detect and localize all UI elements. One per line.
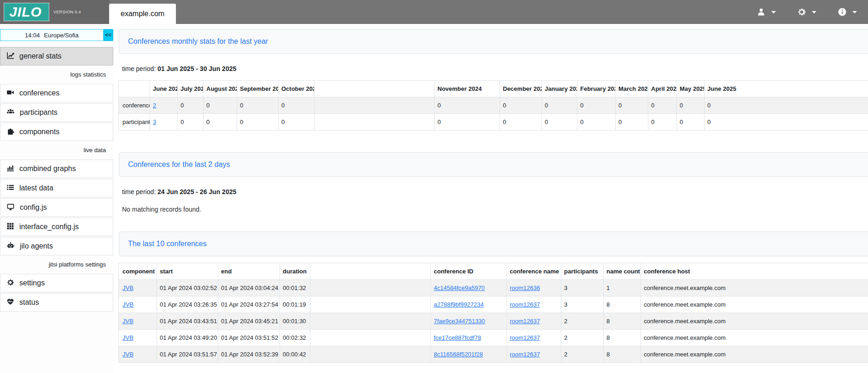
cell-conference-name: room12636	[507, 280, 561, 296]
stat-cell: 0	[677, 114, 705, 130]
cell-start: 01 Apr 2024 03:02:52	[157, 280, 218, 296]
last-2-days-title[interactable]: Conferences for the last 2 days	[128, 160, 230, 169]
cell-duration: 00:01:30	[280, 313, 310, 330]
monthly-time-period: time period: 01 Jun 2025 - 30 Jun 2025	[122, 65, 868, 72]
cell-conference-host: conference.meet.example.com	[641, 346, 868, 363]
video-camera-icon	[6, 89, 14, 98]
month-header-cell: September 2024	[237, 81, 279, 97]
component-link[interactable]: JVB	[122, 318, 134, 325]
spacer-cell	[310, 330, 431, 346]
component-link[interactable]: JVB	[122, 284, 134, 291]
conference-id-link[interactable]: 4c14584fce9a5970	[434, 284, 485, 291]
cell-duration: 00:01:32	[280, 280, 310, 296]
sidebar: 14:04 Europe/Sofia << general stats logs…	[0, 24, 113, 373]
last10-header-row: componentstartenddurationconference IDco…	[119, 263, 868, 280]
conference-name-link[interactable]: room12637	[510, 301, 540, 308]
sidebar-item-interface-config-js[interactable]: interface_config.js	[0, 218, 113, 236]
sidebar-item-participants[interactable]: participants	[0, 103, 113, 122]
last-10-title[interactable]: The last 10 conferences	[128, 240, 207, 248]
conference-id-link[interactable]: 8c116568f5201f28	[434, 351, 483, 358]
sidebar-item-label: combined graphs	[19, 165, 76, 173]
column-header-cell: conference ID	[431, 263, 507, 280]
column-header-cell: conference host	[641, 263, 868, 280]
cell-component: JVB	[119, 313, 157, 330]
table-row: JVB01 Apr 2024 03:26:3501 Apr 2024 03:27…	[119, 296, 868, 313]
sidebar-collapse-button[interactable]: <<	[104, 29, 113, 41]
info-menu-button[interactable]	[838, 7, 857, 17]
sidebar-item-jilo-agents[interactable]: jilo agents	[0, 237, 113, 255]
section-label-jitsi-platforms-settings: jitsi platforms settings	[0, 255, 113, 273]
sidebar-item-label: components	[19, 128, 59, 136]
conference-id-link[interactable]: fce17ce887fcdf78	[434, 334, 481, 341]
settings-menu-button[interactable]	[797, 7, 816, 17]
cell-conference-host: conference.meet.example.com	[641, 330, 868, 346]
sidebar-item-latest-data[interactable]: latest data	[0, 179, 113, 197]
conference-name-link[interactable]: room12637	[510, 318, 540, 325]
cell-conference-id: 4c14584fce9a5970	[431, 280, 507, 296]
stat-cell: 0	[648, 114, 677, 130]
cell-name-count: 8	[604, 313, 641, 330]
sidebar-item-label: config.js	[20, 203, 47, 212]
column-header-cell: component	[119, 263, 157, 280]
tab-example-com[interactable]: example.com	[109, 4, 176, 24]
cell-end: 01 Apr 2024 03:52:39	[218, 346, 280, 363]
cell-conference-name: room12637	[507, 313, 561, 330]
stat-cell: 0	[237, 97, 279, 114]
conference-id-link[interactable]: a2788f9bf9927234	[434, 301, 484, 308]
stat-cell: 0	[616, 114, 648, 130]
sidebar-item-conferences[interactable]: conferences	[0, 84, 113, 102]
sidebar-item-label: settings	[19, 279, 45, 287]
cell-participants: 3	[561, 296, 604, 313]
cell-conference-name: room12637	[507, 330, 561, 346]
sidebar-item-label: interface_config.js	[19, 223, 79, 231]
conference-name-link[interactable]: room12636	[510, 284, 540, 291]
chevron-down-icon	[771, 11, 776, 13]
stat-cell: 0	[500, 114, 542, 130]
component-link[interactable]: JVB	[122, 301, 134, 308]
stat-cell: 0	[204, 114, 237, 130]
cell-participants: 2	[561, 313, 604, 330]
main-content: Conferences monthly stats for the last y…	[113, 24, 868, 373]
stat-cell: 0	[237, 114, 279, 130]
conference-name-link[interactable]: room12637	[510, 351, 540, 358]
sidebar-item-settings[interactable]: settings	[0, 274, 113, 292]
section-label-live-data: live data	[0, 141, 113, 159]
month-header-cell: November 2024	[435, 81, 500, 97]
table-row: JVB01 Apr 2024 03:02:5201 Apr 2024 03:04…	[119, 280, 868, 296]
cell-duration: 00:02:32	[280, 330, 310, 346]
column-header-cell: end	[218, 263, 280, 280]
cell-name-count: 8	[604, 296, 641, 313]
conference-id-link[interactable]: 7fae9ce344751330	[434, 318, 485, 325]
conference-name-link[interactable]: room12637	[510, 334, 540, 341]
puzzle-icon	[6, 127, 14, 137]
stat-cell: 0	[705, 114, 868, 130]
component-link[interactable]: JVB	[122, 351, 134, 358]
cell-end: 01 Apr 2024 03:04:24	[218, 280, 280, 296]
participants-count-link[interactable]: 3	[153, 118, 156, 125]
grid-icon	[6, 222, 14, 232]
stat-cell: 0	[542, 97, 577, 114]
time-period-value: 01 Jun 2025 - 30 Jun 2025	[157, 65, 236, 72]
cell-end: 01 Apr 2024 03:45:21	[218, 313, 280, 330]
monthly-stats-title[interactable]: Conferences monthly stats for the last y…	[128, 37, 268, 46]
user-menu-button[interactable]	[757, 7, 776, 17]
timezone-clock: 14:04 Europe/Sofia	[0, 29, 104, 41]
cell-component: JVB	[119, 346, 157, 363]
component-link[interactable]: JVB	[122, 334, 134, 341]
stat-cell: 0	[279, 97, 315, 114]
cell-end: 01 Apr 2024 03:51:52	[218, 330, 280, 346]
stat-row-label: conferences	[119, 97, 150, 114]
stat-cell: 0	[616, 97, 648, 114]
sidebar-item-status[interactable]: status	[0, 293, 113, 312]
cell-duration: 00:01:19	[280, 296, 310, 313]
sidebar-item-components[interactable]: components	[0, 123, 113, 141]
sidebar-item-config-js[interactable]: config.js	[0, 198, 113, 217]
conferences-count-link[interactable]: 2	[153, 102, 156, 109]
clock-time: 14:04	[25, 32, 40, 39]
chevron-down-icon	[852, 11, 857, 13]
sidebar-item-general-stats[interactable]: general stats	[0, 47, 113, 65]
no-records-message: No matching records found.	[122, 206, 868, 213]
sidebar-item-combined-graphs[interactable]: combined graphs	[0, 160, 113, 178]
stat-cell: 0	[435, 114, 500, 130]
cell-component: JVB	[119, 296, 157, 313]
